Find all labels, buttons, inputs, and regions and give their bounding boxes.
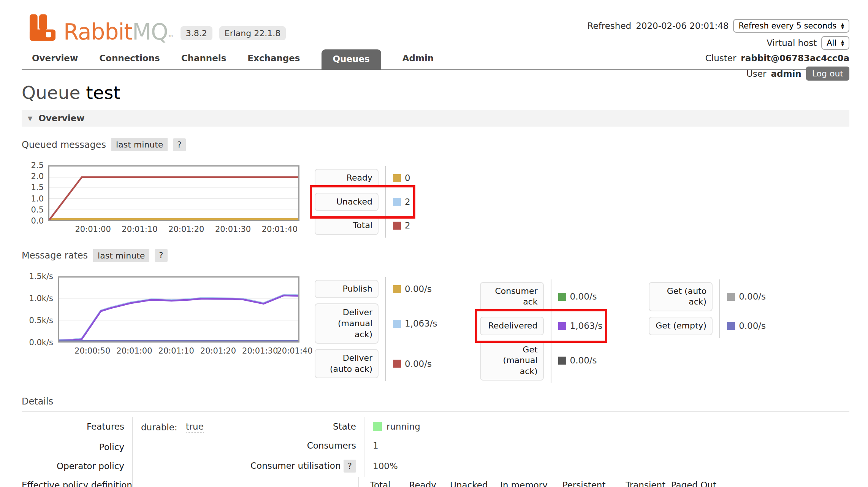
durable-key: durable: bbox=[141, 422, 177, 432]
tab-connections[interactable]: Connections bbox=[99, 49, 160, 69]
legend-row-consumer-ack: Consumer ack 0.00/s bbox=[480, 279, 597, 314]
messages-table-header-row: Total Ready Unacked In memory Persistent… bbox=[246, 477, 728, 487]
tab-overview[interactable]: Overview bbox=[32, 49, 78, 69]
durable-value: true bbox=[186, 422, 204, 433]
tab-channels[interactable]: Channels bbox=[181, 49, 227, 69]
total-value: 2 bbox=[405, 220, 410, 230]
total-label-pill: Total bbox=[315, 216, 379, 235]
tab-queues[interactable]: Queues bbox=[322, 49, 381, 70]
deliver-auto-label-pill: Deliver (auto ack) bbox=[315, 349, 379, 378]
consumer-utilisation-label: Consumer utilisation ? bbox=[250, 455, 364, 477]
redelivered-label-pill: Redelivered bbox=[480, 317, 544, 335]
overview-collapse-bar[interactable]: ▼ Overview bbox=[22, 110, 849, 127]
legend-row-deliver-manual: Deliver (manual ack) 1,063/s bbox=[315, 301, 437, 346]
user-row: User admin Log out bbox=[746, 67, 849, 81]
details-right: State running Consumers 1 Consumer utili… bbox=[246, 417, 728, 487]
col-header-ready: Ready bbox=[401, 477, 444, 487]
ready-value: 0 bbox=[405, 173, 410, 183]
policy-label: Policy bbox=[22, 438, 132, 457]
message-rates-range-badge[interactable]: last minute bbox=[93, 249, 149, 262]
deliver-auto-value: 0.00/s bbox=[405, 359, 432, 369]
message-rates-title: Message rates bbox=[22, 250, 88, 261]
tab-admin[interactable]: Admin bbox=[402, 49, 434, 69]
details-heading: Details bbox=[22, 396, 849, 412]
redelivered-swatch-icon bbox=[558, 322, 566, 330]
col-header-total: Total bbox=[359, 477, 401, 487]
legend-row-redelivered: Redelivered 1,063/s bbox=[480, 314, 603, 338]
messages-table: Total Ready Unacked In memory Persistent… bbox=[246, 477, 728, 487]
redelivered-value: 1,063/s bbox=[570, 321, 603, 331]
brand-name: RabbitMQ™ bbox=[63, 22, 174, 42]
legend-row-publish: Publish 0.00/s bbox=[315, 277, 432, 301]
virtual-host-select[interactable]: All ▲▼ bbox=[821, 36, 849, 50]
message-rates-chart: 1.5k/s1.0k/s0.5k/s0.0k/s 20:00:5020:01:0… bbox=[22, 276, 299, 357]
virtual-host-value: All bbox=[827, 38, 836, 48]
features-label: Features bbox=[22, 417, 132, 438]
get-manual-value: 0.00/s bbox=[570, 355, 597, 365]
message-rates-heading: Message rates last minute ? bbox=[22, 249, 849, 267]
select-arrows-icon: ▲▼ bbox=[841, 40, 844, 46]
legend-row-get-auto: Get (auto ack) 0.00/s bbox=[649, 279, 766, 314]
col-header-in-memory: In memory bbox=[494, 477, 554, 487]
rates-legend-column-3: Get (auto ack) 0.00/s Get (empty) 0.00/s bbox=[649, 279, 766, 338]
queued-chart-plot bbox=[48, 165, 299, 221]
state-value: running bbox=[364, 417, 728, 436]
rabbitmq-management-page: RabbitMQ™ 3.8.2 Erlang 22.1.8 Refreshed … bbox=[0, 0, 868, 487]
overview-collapse-label: Overview bbox=[38, 113, 84, 123]
queued-messages-heading: Queued messages last minute ? bbox=[22, 138, 849, 156]
consumer-utilisation-help-icon[interactable]: ? bbox=[344, 460, 356, 473]
consumer-utilisation-value: 100% bbox=[364, 455, 728, 477]
refresh-interval-select[interactable]: Refresh every 5 seconds ▲▼ bbox=[733, 19, 849, 33]
refreshed-timestamp: 2020-02-06 20:01:48 bbox=[636, 21, 729, 31]
brand-mq-text: MQ bbox=[132, 19, 168, 45]
get-empty-swatch-icon bbox=[727, 322, 735, 330]
tab-exchanges[interactable]: Exchanges bbox=[247, 49, 300, 69]
refreshed-label: Refreshed bbox=[588, 21, 632, 31]
queued-messages-legend: Ready 0 Unacked 2 Total 2 bbox=[315, 166, 410, 238]
unacked-value: 2 bbox=[405, 197, 410, 207]
brand-rabbit-text: Rabbit bbox=[63, 19, 132, 45]
legend-row-ready: Ready 0 bbox=[315, 166, 410, 190]
page-title-prefix: Queue bbox=[22, 82, 80, 103]
get-manual-label-pill: Get (manual ack) bbox=[480, 341, 544, 381]
message-rates-help-icon[interactable]: ? bbox=[155, 249, 167, 262]
details-body: Features durable:true Policy Operator po… bbox=[22, 417, 849, 487]
queued-chart-x-axis: 20:01:0020:01:1020:01:2020:01:3020:01:40 bbox=[49, 221, 298, 235]
cluster-name: rabbit@06783ac4cc0a bbox=[741, 53, 849, 63]
get-auto-value: 0.00/s bbox=[739, 292, 766, 301]
collapse-triangle-icon: ▼ bbox=[28, 115, 32, 122]
trademark-symbol: ™ bbox=[168, 34, 174, 41]
queued-chart-y-axis: 2.52.01.51.00.50.0 bbox=[22, 165, 48, 221]
details-left-facts: Features durable:true Policy Operator po… bbox=[22, 417, 246, 487]
queued-messages-chart: 2.52.01.51.00.50.0 20:01:0020:01:1020:01… bbox=[22, 165, 299, 235]
rates-legend-column-2: Consumer ack 0.00/s Redelivered 1,063/s … bbox=[480, 279, 603, 384]
consumer-ack-swatch-icon bbox=[558, 293, 566, 301]
get-manual-swatch-icon bbox=[558, 357, 566, 365]
rates-legend-column-1: Publish 0.00/s Deliver (manual ack) 1,06… bbox=[315, 277, 437, 381]
ready-label-pill: Ready bbox=[315, 169, 379, 187]
select-arrows-icon: ▲▼ bbox=[841, 22, 844, 29]
deliver-manual-value: 1,063/s bbox=[405, 319, 437, 328]
publish-label-pill: Publish bbox=[315, 280, 379, 298]
queued-messages-help-icon[interactable]: ? bbox=[173, 138, 185, 151]
queued-messages-row: 2.52.01.51.00.50.0 20:01:0020:01:1020:01… bbox=[22, 165, 849, 238]
col-header-transient-paged-out: Transient, Paged Out bbox=[614, 477, 728, 487]
queue-name: test bbox=[86, 82, 120, 103]
legend-row-deliver-auto: Deliver (auto ack) 0.00/s bbox=[315, 346, 432, 381]
top-bar: RabbitMQ™ 3.8.2 Erlang 22.1.8 Refreshed … bbox=[22, 14, 849, 42]
effective-policy-label: Effective policy definition bbox=[22, 476, 132, 487]
queued-messages-range-badge[interactable]: last minute bbox=[111, 138, 168, 151]
effective-policy-value bbox=[132, 476, 246, 487]
legend-row-get-manual: Get (manual ack) 0.00/s bbox=[480, 338, 597, 384]
refresh-row: Refreshed 2020-02-06 20:01:48 Refresh ev… bbox=[588, 19, 849, 33]
session-panel: Refreshed 2020-02-06 20:01:48 Refresh ev… bbox=[588, 19, 849, 81]
details-title: Details bbox=[22, 396, 53, 407]
erlang-version-badge: Erlang 22.1.8 bbox=[219, 26, 286, 40]
ready-swatch-icon bbox=[393, 174, 401, 182]
rates-chart-plot bbox=[58, 276, 299, 343]
unacked-swatch-icon bbox=[393, 198, 401, 206]
consumers-label: Consumers bbox=[250, 436, 364, 455]
logout-button[interactable]: Log out bbox=[806, 67, 849, 81]
state-text: running bbox=[386, 422, 420, 431]
publish-swatch-icon bbox=[393, 285, 401, 293]
